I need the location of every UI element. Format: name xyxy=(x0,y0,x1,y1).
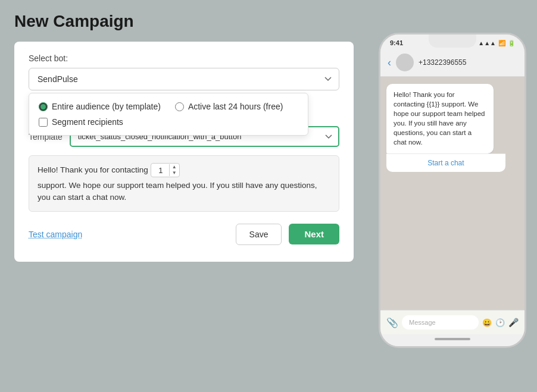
phone-number: +13322396555 xyxy=(419,58,466,67)
footer-right: Save Next xyxy=(236,224,339,245)
sticker-icon[interactable]: 😀 xyxy=(482,318,492,327)
mic-icon[interactable]: 🎤 xyxy=(508,318,519,327)
avatar xyxy=(396,54,414,71)
page-title: New Campaign xyxy=(14,12,523,31)
message-placeholder: Message xyxy=(409,319,436,326)
main-container: New Campaign Select bot: SendPulse Entir… xyxy=(0,0,537,274)
message-preview: Hello! Thank you for contacting ▲ ▼ supp… xyxy=(29,155,339,212)
message-part2: support. We hope our support team helped… xyxy=(38,180,330,204)
form-footer: Test campaign Save Next xyxy=(29,224,339,245)
bot-select-wrapper: SendPulse Entire audience (by template) … xyxy=(29,68,339,90)
radio-row: Entire audience (by template) Active las… xyxy=(39,102,298,111)
next-button[interactable]: Next xyxy=(289,224,339,244)
chat-body: Hello! Thank you for contacting {{1}} su… xyxy=(380,77,524,310)
audience-dropdown: Entire audience (by template) Active las… xyxy=(29,93,308,136)
battery-icon: 🔋 xyxy=(508,40,515,46)
audience-radio-entire[interactable] xyxy=(39,102,48,111)
attachment-icon[interactable]: 📎 xyxy=(386,317,398,328)
var-spinners: ▲ ▼ xyxy=(169,164,178,176)
select-bot-label: Select bot: xyxy=(29,54,339,63)
form-panel: Select bot: SendPulse Entire audience (b… xyxy=(14,42,354,262)
phone-input-bar: 📎 Message 😀 🕑 🎤 xyxy=(380,310,524,334)
spinner-down[interactable]: ▼ xyxy=(171,170,178,176)
phone-mockup: 9:41 ▲▲▲ 📶 🔋 ‹ +13322396555 Hello! Thank… xyxy=(379,33,526,348)
home-indicator xyxy=(435,338,470,340)
spinner-up[interactable]: ▲ xyxy=(171,164,178,170)
audience-option-active[interactable]: Active last 24 hours (free) xyxy=(175,102,283,111)
chat-bubble-button[interactable]: Start a chat xyxy=(386,153,505,172)
message-part1: Hello! Thank you for contacting xyxy=(38,164,148,176)
test-campaign-link[interactable]: Test campaign xyxy=(29,230,82,239)
bubble-wrapper: Hello! Thank you for contacting {{1}} su… xyxy=(386,84,505,172)
chat-bubble: Hello! Thank you for contacting {{1}} su… xyxy=(386,84,494,153)
segment-checkbox[interactable] xyxy=(39,118,48,127)
phone-chat-header: ‹ +13322396555 xyxy=(380,49,524,77)
back-arrow[interactable]: ‹ xyxy=(388,57,391,69)
var-input[interactable] xyxy=(152,166,169,175)
phone-notch xyxy=(429,35,476,48)
phone-bottom-bar xyxy=(380,334,524,346)
message-input[interactable]: Message xyxy=(402,315,479,330)
signal-icon: ▲▲▲ xyxy=(478,40,496,46)
audience-option-segment[interactable]: Segment recipients xyxy=(39,117,298,127)
bot-select[interactable]: SendPulse xyxy=(29,68,339,90)
wifi-icon: 📶 xyxy=(498,40,505,46)
save-button[interactable]: Save xyxy=(236,224,282,245)
phone-time: 9:41 xyxy=(390,39,403,46)
audience-option-entire[interactable]: Entire audience (by template) xyxy=(39,102,161,111)
var-input-wrapper: ▲ ▼ xyxy=(151,163,180,177)
audience-radio-active[interactable] xyxy=(175,102,184,111)
clock-icon[interactable]: 🕑 xyxy=(495,318,505,327)
phone-status-icons: ▲▲▲ 📶 🔋 xyxy=(478,40,515,46)
